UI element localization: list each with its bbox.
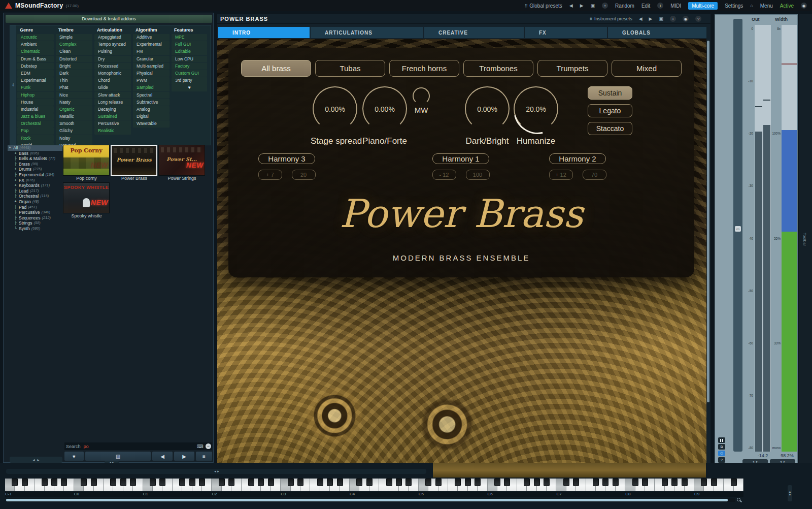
filter-item[interactable]: PWM [133,77,170,84]
thumbnail-view-button[interactable]: ▨ [85,452,151,461]
black-key[interactable] [120,479,126,486]
black-key[interactable] [642,479,648,486]
black-key[interactable] [356,479,362,486]
keyboard-resize-handle[interactable]: ▲▼ [788,485,792,501]
filter-item[interactable]: Full GUI [172,41,207,48]
filter-item[interactable]: Metallic [56,113,92,120]
tree-item[interactable]: + Organ (48) [8,199,62,205]
black-key[interactable] [199,479,205,486]
black-key[interactable] [573,479,579,486]
harmony-amount-button[interactable]: 100 [466,170,490,180]
black-key[interactable] [711,479,717,486]
tree-resize-handle[interactable]: ◄ ► [10,457,62,463]
articulation-button[interactable]: Legato [588,104,632,117]
black-key[interactable] [189,479,195,486]
black-key[interactable] [396,479,402,486]
filters-resize-handle[interactable]: ⇕ [10,25,16,145]
harmony-transpose-button[interactable]: - 12 [432,170,456,180]
previous-button[interactable]: ◀ [152,452,173,461]
filter-item[interactable]: Thin [56,77,92,84]
black-key[interactable] [524,479,530,486]
black-key[interactable] [327,479,333,486]
articulation-button[interactable]: Sustain [588,86,632,100]
add-icon[interactable]: + [670,16,676,22]
filter-item[interactable]: Additive [133,34,170,41]
preset-thumbnail[interactable]: SPOOKY WHISTLE NEW Spooky whistle [63,182,110,219]
filter-item[interactable]: Realistic [94,128,131,134]
main-scrollbar[interactable] [706,39,710,477]
filter-item[interactable]: Long release [94,99,131,106]
black-key[interactable] [248,479,254,486]
filter-item[interactable]: Editable [172,48,207,55]
section-button[interactable]: French horns [389,60,459,77]
black-key[interactable] [671,479,678,486]
tree-item[interactable]: ├ Strings (58) [8,220,62,226]
active-status[interactable]: Active [780,3,794,9]
info-icon[interactable]: i [657,3,663,9]
tree-item[interactable]: + All (4449) [8,145,62,151]
black-key[interactable] [602,479,608,486]
search-bar[interactable]: Search po ⌨ − [64,442,212,450]
tree-item[interactable]: ├ Experimental (194) [8,172,62,178]
harmony-button[interactable]: Harmony 2 [549,153,606,164]
filter-item[interactable]: Complex [56,41,92,48]
save-icon[interactable]: ▣ [591,3,595,8]
instrument-presets-button[interactable]: ⠿Instrument presets [590,16,632,21]
menu-button[interactable]: Menu [760,3,773,9]
preset-thumbnail[interactable]: Power St... NEW Power Strings [158,145,206,181]
black-key[interactable] [494,479,500,486]
black-key[interactable] [701,479,707,486]
keyboard-scrollbar-thumb[interactable] [6,499,728,501]
save-icon[interactable]: ▣ [659,16,663,21]
filter-item[interactable]: Digital [133,113,170,120]
black-key[interactable] [42,479,48,486]
fader-grip[interactable]: ▭ [735,226,741,232]
black-key[interactable] [110,479,116,486]
tree-item[interactable]: + Bass (836) [8,151,62,156]
filter-item[interactable]: 3rd party [172,77,207,84]
prev-instrument-preset-button[interactable]: ◀ [639,16,642,21]
filter-item[interactable]: Processed [94,63,131,70]
browser-menu-button[interactable]: ≡ [196,452,212,461]
black-key[interactable] [662,479,668,486]
tree-item[interactable]: ├ Bells & Mallets (77) [8,156,62,162]
black-key[interactable] [613,479,619,486]
settings-button[interactable]: Settings [725,3,743,9]
preset-thumbnail[interactable]: Power Brass NEW Power Brass [111,145,158,181]
tree-item[interactable]: └ Synth (680) [8,226,62,232]
filter-item[interactable]: Chord [94,77,131,84]
tab[interactable]: CREATIVE [424,27,524,38]
black-key[interactable] [475,479,481,486]
black-key[interactable] [731,479,737,486]
black-key[interactable] [504,479,510,486]
filter-item[interactable]: Clean [56,48,92,55]
harmony-amount-button[interactable]: 20 [292,170,316,180]
tree-item[interactable]: ├ Percussive (340) [8,210,62,215]
filter-item[interactable]: Experimental [133,41,170,48]
next-preset-button[interactable]: ▶ [580,3,584,8]
add-icon[interactable]: + [602,3,608,9]
pause-icon[interactable] [718,437,725,443]
filter-item[interactable]: Custom GUI [172,70,207,77]
filter-item[interactable]: Rock [17,135,54,142]
help-icon[interactable]: ? [695,16,701,22]
filter-item[interactable]: Tempo synced [94,41,131,48]
knob[interactable]: MW [410,86,432,114]
black-key[interactable] [465,479,471,486]
filter-item[interactable]: Pop [17,128,54,134]
filter-item[interactable]: ♥ [172,84,207,91]
tree-item[interactable]: ├ Brass (99) [8,162,62,167]
black-key[interactable] [219,479,225,486]
filter-item[interactable]: Phat [56,84,92,91]
filter-item[interactable]: Hiphop [17,92,54,99]
black-key[interactable] [228,479,234,486]
global-presets-button[interactable]: ⠿Global presets [525,3,562,9]
filter-item[interactable]: Jazz & blues [17,113,54,120]
harmony-amount-button[interactable]: 70 [583,170,606,180]
black-key[interactable] [61,479,67,486]
multicore-toggle[interactable]: Multi-core [688,2,718,10]
tree-item[interactable]: ├ Lead (217) [8,188,62,194]
black-key[interactable] [91,479,97,486]
next-instrument-preset-button[interactable]: ▶ [649,16,653,21]
black-key[interactable] [682,479,688,486]
